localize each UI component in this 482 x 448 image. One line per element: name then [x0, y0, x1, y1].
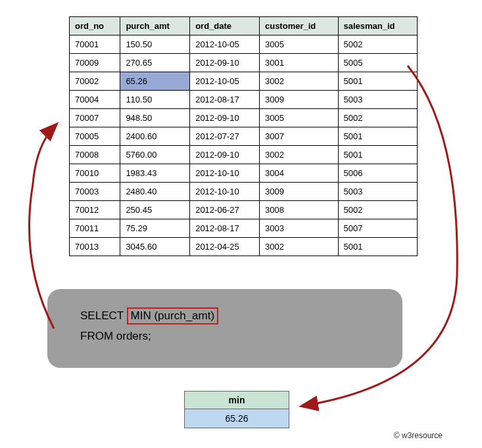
table-row: 7001175.292012-08-1730035007 [70, 219, 418, 238]
table-cell: 5002 [338, 201, 418, 219]
table-cell: 70008 [70, 146, 120, 164]
table-cell: 65.26 [120, 72, 190, 91]
table-cell: 5760.00 [120, 146, 190, 164]
sql-from-line: FROM orders; [80, 330, 370, 343]
table-cell: 5002 [338, 109, 418, 127]
table-cell: 3004 [259, 164, 338, 183]
table-cell: 5001 [338, 127, 418, 146]
table-cell: 5006 [338, 164, 418, 183]
table-cell: 2012-09-10 [190, 109, 260, 127]
table-cell: 2012-10-10 [190, 164, 260, 183]
table-cell: 70001 [70, 35, 120, 54]
table-cell: 70003 [70, 183, 120, 201]
table-cell: 2012-10-05 [190, 72, 260, 91]
table-cell: 5001 [338, 238, 418, 256]
table-cell: 5001 [338, 72, 418, 91]
credit-text: © w3resource [394, 431, 443, 440]
table-cell: 3008 [259, 201, 338, 219]
table-row: 700133045.602012-04-2530025001 [70, 238, 418, 256]
table-cell: 5003 [338, 183, 418, 201]
table-cell: 70009 [70, 54, 120, 72]
table-cell: 1983.43 [120, 164, 190, 183]
table-cell: 3005 [259, 35, 338, 54]
table-row: 70007948.502012-09-1030055002 [70, 109, 418, 127]
table-cell: 70012 [70, 201, 120, 219]
sql-query-box: SELECT MIN (purch_amt) FROM orders; [47, 289, 402, 368]
table-cell: 5007 [338, 219, 418, 238]
table-row: 70009270.652012-09-1030015005 [70, 54, 418, 72]
sql-select-line: SELECT MIN (purch_amt) [80, 307, 370, 325]
table-cell: 70005 [70, 127, 120, 146]
table-cell: 2012-07-27 [190, 127, 260, 146]
table-cell: 3001 [259, 54, 338, 72]
result-header: min [185, 392, 289, 409]
table-row: 70001150.502012-10-0530055002 [70, 35, 418, 54]
table-cell: 2012-10-10 [190, 183, 260, 201]
table-cell: 948.50 [120, 109, 190, 127]
table-cell: 2012-09-10 [190, 54, 260, 72]
table-cell: 3003 [259, 219, 338, 238]
orders-table: ord_nopurch_amtord_datecustomer_idsalesm… [69, 16, 418, 256]
sql-select-keyword: SELECT [80, 309, 124, 322]
table-cell: 2012-06-27 [190, 201, 260, 219]
table-cell: 3005 [259, 109, 338, 127]
table-cell: 2012-08-17 [190, 219, 260, 238]
result-box: min 65.26 [184, 391, 289, 428]
table-cell: 5002 [338, 35, 418, 54]
table-cell: 75.29 [120, 219, 190, 238]
table-row: 700052400.602012-07-2730075001 [70, 127, 418, 146]
table-cell: 70002 [70, 72, 120, 91]
table-cell: 270.65 [120, 54, 190, 72]
table-cell: 3045.60 [120, 238, 190, 256]
table-cell: 2012-08-17 [190, 91, 260, 109]
table-cell: 3007 [259, 127, 338, 146]
table-header-cell: customer_id [259, 17, 338, 35]
table-row: 7000265.262012-10-0530025001 [70, 72, 418, 91]
table-header-cell: ord_date [190, 17, 260, 35]
table-cell: 70013 [70, 238, 120, 256]
table-cell: 2012-10-05 [190, 35, 260, 54]
table-header-row: ord_nopurch_amtord_datecustomer_idsalesm… [70, 17, 418, 35]
table-cell: 2012-04-25 [190, 238, 260, 256]
table-cell: 5001 [338, 146, 418, 164]
table-cell: 70011 [70, 219, 120, 238]
table-row: 700032480.402012-10-1030095003 [70, 183, 418, 201]
table-cell: 5003 [338, 91, 418, 109]
table-cell: 2400.60 [120, 127, 190, 146]
table-row: 70004110.502012-08-1730095003 [70, 91, 418, 109]
table-cell: 3009 [259, 91, 338, 109]
table-header-cell: purch_amt [120, 17, 190, 35]
table-cell: 70007 [70, 109, 120, 127]
table-cell: 250.45 [120, 201, 190, 219]
table-cell: 3002 [259, 146, 338, 164]
result-value: 65.26 [185, 409, 289, 428]
table-row: 700101983.432012-10-1030045006 [70, 164, 418, 183]
table-cell: 70004 [70, 91, 120, 109]
table-row: 700085760.002012-09-1030025001 [70, 146, 418, 164]
table-row: 70012250.452012-06-2730085002 [70, 201, 418, 219]
table-header-cell: ord_no [70, 17, 120, 35]
table-cell: 70010 [70, 164, 120, 183]
table-cell: 110.50 [120, 91, 190, 109]
table-cell: 3009 [259, 183, 338, 201]
table-cell: 5005 [338, 54, 418, 72]
table-cell: 150.50 [120, 35, 190, 54]
table-cell: 3002 [259, 72, 338, 91]
table-cell: 3002 [259, 238, 338, 256]
table-header-cell: salesman_id [338, 17, 418, 35]
sql-aggregate-highlight: MIN (purch_amt) [127, 307, 219, 325]
table-cell: 2480.40 [120, 183, 190, 201]
orders-table-container: ord_nopurch_amtord_datecustomer_idsalesm… [69, 16, 469, 256]
table-cell: 2012-09-10 [190, 146, 260, 164]
